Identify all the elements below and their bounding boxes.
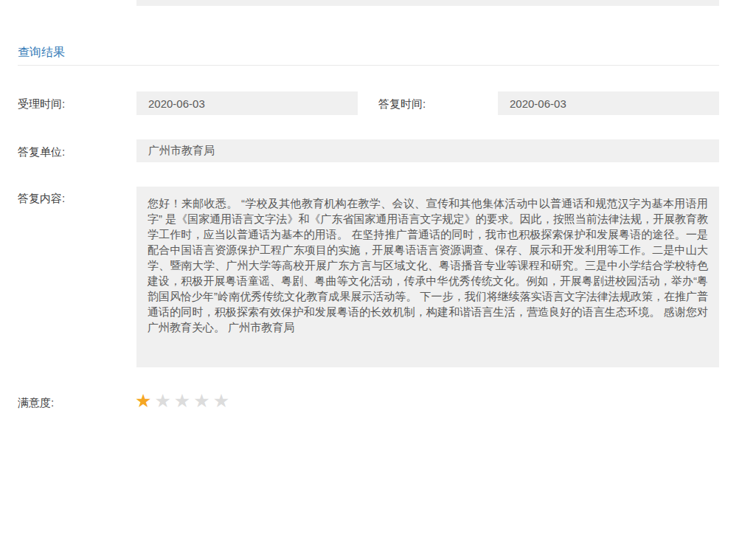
previous-section-box-bottom (136, 0, 719, 6)
star-icon[interactable]: ★ (193, 390, 209, 411)
section-title: 查询结果 (18, 45, 65, 60)
reply-unit-value: 广州市教育局 (136, 139, 719, 162)
reply-content-value: 您好！来邮收悉。 “学校及其他教育机构在教学、会议、宣传和其他集体活动中以普通话… (136, 187, 719, 367)
accept-time-label: 受理时间: (18, 97, 65, 111)
reply-time-label: 答复时间: (378, 97, 426, 111)
section-divider (18, 65, 719, 66)
star-icon[interactable]: ★ (154, 390, 170, 411)
accept-time-value: 2020-06-03 (136, 91, 358, 115)
reply-content-label: 答复内容: (18, 192, 65, 206)
star-icon[interactable]: ★ (174, 390, 190, 411)
satisfaction-stars[interactable]: ★★★★★ (135, 390, 232, 411)
star-icon[interactable]: ★ (135, 390, 151, 411)
satisfaction-label: 满意度: (18, 396, 54, 410)
reply-time-value: 2020-06-03 (498, 91, 719, 115)
reply-unit-label: 答复单位: (18, 145, 65, 159)
query-result-page: 查询结果 受理时间: 2020-06-03 答复时间: 2020-06-03 答… (0, 0, 756, 537)
star-icon[interactable]: ★ (213, 390, 229, 411)
